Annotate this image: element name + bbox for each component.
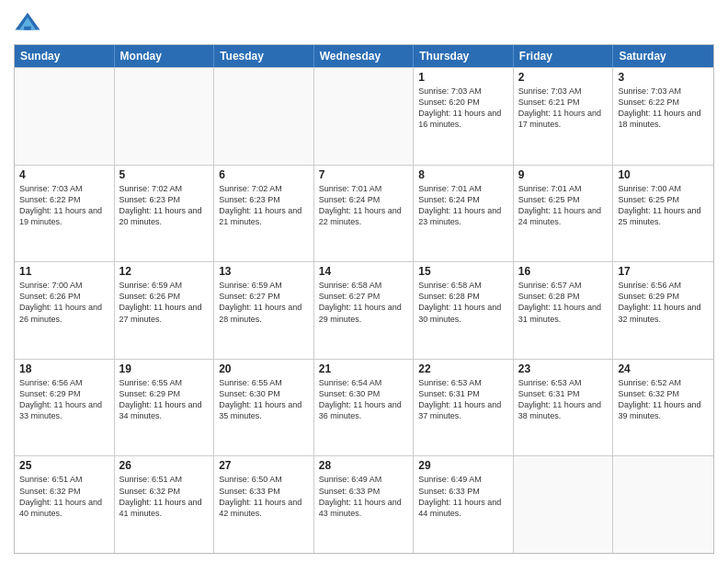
cal-cell-20: 20Sunrise: 6:55 AM Sunset: 6:30 PM Dayli…: [214, 360, 314, 456]
cal-header-friday: Friday: [514, 45, 614, 67]
cal-cell-17: 17Sunrise: 6:56 AM Sunset: 6:29 PM Dayli…: [613, 262, 713, 359]
day-number: 20: [219, 362, 309, 375]
cal-cell-16: 16Sunrise: 6:57 AM Sunset: 6:28 PM Dayli…: [514, 262, 614, 359]
day-info: Sunrise: 7:03 AM Sunset: 6:22 PM Dayligh…: [19, 183, 109, 228]
day-info: Sunrise: 6:58 AM Sunset: 6:27 PM Dayligh…: [319, 280, 409, 325]
day-number: 9: [518, 168, 609, 181]
cal-cell-29: 29Sunrise: 6:49 AM Sunset: 6:33 PM Dayli…: [414, 456, 514, 553]
day-number: 23: [518, 362, 609, 375]
cal-cell-8: 8Sunrise: 7:01 AM Sunset: 6:24 PM Daylig…: [414, 166, 514, 262]
day-number: 17: [618, 265, 709, 278]
cal-cell-15: 15Sunrise: 6:58 AM Sunset: 6:28 PM Dayli…: [414, 262, 514, 359]
day-number: 19: [119, 362, 210, 375]
day-info: Sunrise: 7:01 AM Sunset: 6:24 PM Dayligh…: [319, 183, 409, 228]
day-info: Sunrise: 7:02 AM Sunset: 6:23 PM Dayligh…: [219, 183, 309, 228]
day-number: 11: [19, 265, 109, 278]
day-number: 29: [418, 459, 508, 472]
day-number: 26: [119, 459, 210, 472]
day-info: Sunrise: 6:51 AM Sunset: 6:32 PM Dayligh…: [19, 474, 109, 519]
cal-cell-empty-4-6: [613, 456, 713, 553]
day-info: Sunrise: 7:00 AM Sunset: 6:26 PM Dayligh…: [19, 280, 109, 325]
cal-cell-4: 4Sunrise: 7:03 AM Sunset: 6:22 PM Daylig…: [15, 166, 115, 262]
cal-cell-23: 23Sunrise: 6:53 AM Sunset: 6:31 PM Dayli…: [514, 360, 614, 456]
calendar: SundayMondayTuesdayWednesdayThursdayFrid…: [14, 44, 714, 554]
day-number: 21: [319, 362, 409, 375]
day-number: 4: [19, 168, 109, 181]
cal-cell-empty-0-0: [15, 68, 115, 165]
cal-cell-18: 18Sunrise: 6:56 AM Sunset: 6:29 PM Dayli…: [15, 360, 115, 456]
calendar-header-row: SundayMondayTuesdayWednesdayThursdayFrid…: [15, 45, 713, 67]
cal-cell-13: 13Sunrise: 6:59 AM Sunset: 6:27 PM Dayli…: [214, 262, 314, 359]
cal-cell-25: 25Sunrise: 6:51 AM Sunset: 6:32 PM Dayli…: [15, 456, 115, 553]
cal-header-sunday: Sunday: [15, 45, 115, 67]
day-info: Sunrise: 6:59 AM Sunset: 6:26 PM Dayligh…: [119, 280, 210, 325]
cal-row-2: 11Sunrise: 7:00 AM Sunset: 6:26 PM Dayli…: [15, 261, 713, 359]
day-number: 7: [319, 168, 409, 181]
cal-cell-2: 2Sunrise: 7:03 AM Sunset: 6:21 PM Daylig…: [514, 68, 614, 165]
cal-row-4: 25Sunrise: 6:51 AM Sunset: 6:32 PM Dayli…: [15, 455, 713, 553]
logo: [14, 9, 45, 37]
cal-cell-3: 3Sunrise: 7:03 AM Sunset: 6:22 PM Daylig…: [613, 68, 713, 165]
day-number: 6: [219, 168, 309, 181]
day-info: Sunrise: 7:00 AM Sunset: 6:25 PM Dayligh…: [618, 183, 709, 228]
day-number: 3: [618, 71, 709, 84]
cal-row-1: 4Sunrise: 7:03 AM Sunset: 6:22 PM Daylig…: [15, 165, 713, 262]
day-number: 16: [518, 265, 609, 278]
cal-header-thursday: Thursday: [414, 45, 514, 67]
day-number: 8: [418, 168, 508, 181]
cal-cell-12: 12Sunrise: 6:59 AM Sunset: 6:26 PM Dayli…: [115, 262, 215, 359]
day-info: Sunrise: 6:54 AM Sunset: 6:30 PM Dayligh…: [319, 377, 409, 422]
cal-cell-11: 11Sunrise: 7:00 AM Sunset: 6:26 PM Dayli…: [15, 262, 115, 359]
page: SundayMondayTuesdayWednesdayThursdayFrid…: [0, 0, 728, 563]
cal-cell-6: 6Sunrise: 7:02 AM Sunset: 6:23 PM Daylig…: [214, 166, 314, 262]
cal-cell-empty-4-5: [514, 456, 614, 553]
cal-header-monday: Monday: [115, 45, 215, 67]
day-info: Sunrise: 7:03 AM Sunset: 6:20 PM Dayligh…: [418, 86, 508, 131]
cal-cell-19: 19Sunrise: 6:55 AM Sunset: 6:29 PM Dayli…: [115, 360, 215, 456]
cal-header-saturday: Saturday: [613, 45, 713, 67]
day-number: 2: [518, 71, 609, 84]
cal-cell-7: 7Sunrise: 7:01 AM Sunset: 6:24 PM Daylig…: [314, 166, 415, 262]
cal-cell-empty-0-3: [314, 68, 415, 165]
cal-row-3: 18Sunrise: 6:56 AM Sunset: 6:29 PM Dayli…: [15, 359, 713, 456]
day-info: Sunrise: 7:03 AM Sunset: 6:22 PM Dayligh…: [618, 86, 709, 131]
day-number: 15: [418, 265, 508, 278]
cal-cell-21: 21Sunrise: 6:54 AM Sunset: 6:30 PM Dayli…: [314, 360, 415, 456]
day-number: 18: [19, 362, 109, 375]
day-info: Sunrise: 6:52 AM Sunset: 6:32 PM Dayligh…: [618, 377, 709, 422]
day-number: 13: [219, 265, 309, 278]
day-info: Sunrise: 6:57 AM Sunset: 6:28 PM Dayligh…: [518, 280, 609, 325]
cal-header-tuesday: Tuesday: [214, 45, 314, 67]
day-info: Sunrise: 6:55 AM Sunset: 6:30 PM Dayligh…: [219, 377, 309, 422]
day-number: 12: [119, 265, 210, 278]
day-info: Sunrise: 6:49 AM Sunset: 6:33 PM Dayligh…: [319, 474, 409, 519]
calendar-body: 1Sunrise: 7:03 AM Sunset: 6:20 PM Daylig…: [15, 67, 713, 553]
cal-cell-10: 10Sunrise: 7:00 AM Sunset: 6:25 PM Dayli…: [613, 166, 713, 262]
cal-cell-22: 22Sunrise: 6:53 AM Sunset: 6:31 PM Dayli…: [414, 360, 514, 456]
day-number: 1: [418, 71, 508, 84]
logo-icon: [14, 9, 41, 37]
svg-rect-2: [24, 27, 31, 30]
header: [14, 9, 714, 37]
day-info: Sunrise: 6:50 AM Sunset: 6:33 PM Dayligh…: [219, 474, 309, 519]
day-number: 24: [618, 362, 709, 375]
cal-cell-empty-0-1: [115, 68, 215, 165]
day-info: Sunrise: 6:53 AM Sunset: 6:31 PM Dayligh…: [518, 377, 609, 422]
cal-cell-5: 5Sunrise: 7:02 AM Sunset: 6:23 PM Daylig…: [115, 166, 215, 262]
cal-cell-26: 26Sunrise: 6:51 AM Sunset: 6:32 PM Dayli…: [115, 456, 215, 553]
cal-cell-27: 27Sunrise: 6:50 AM Sunset: 6:33 PM Dayli…: [214, 456, 314, 553]
cal-cell-9: 9Sunrise: 7:01 AM Sunset: 6:25 PM Daylig…: [514, 166, 614, 262]
day-info: Sunrise: 7:01 AM Sunset: 6:24 PM Dayligh…: [418, 183, 508, 228]
cal-cell-24: 24Sunrise: 6:52 AM Sunset: 6:32 PM Dayli…: [613, 360, 713, 456]
day-info: Sunrise: 6:55 AM Sunset: 6:29 PM Dayligh…: [119, 377, 210, 422]
cal-header-wednesday: Wednesday: [314, 45, 415, 67]
cal-cell-14: 14Sunrise: 6:58 AM Sunset: 6:27 PM Dayli…: [314, 262, 415, 359]
day-info: Sunrise: 6:56 AM Sunset: 6:29 PM Dayligh…: [618, 280, 709, 325]
day-number: 25: [19, 459, 109, 472]
cal-cell-28: 28Sunrise: 6:49 AM Sunset: 6:33 PM Dayli…: [314, 456, 415, 553]
day-info: Sunrise: 6:49 AM Sunset: 6:33 PM Dayligh…: [418, 474, 508, 519]
day-number: 14: [319, 265, 409, 278]
day-number: 5: [119, 168, 210, 181]
day-number: 10: [618, 168, 709, 181]
cal-cell-1: 1Sunrise: 7:03 AM Sunset: 6:20 PM Daylig…: [414, 68, 514, 165]
